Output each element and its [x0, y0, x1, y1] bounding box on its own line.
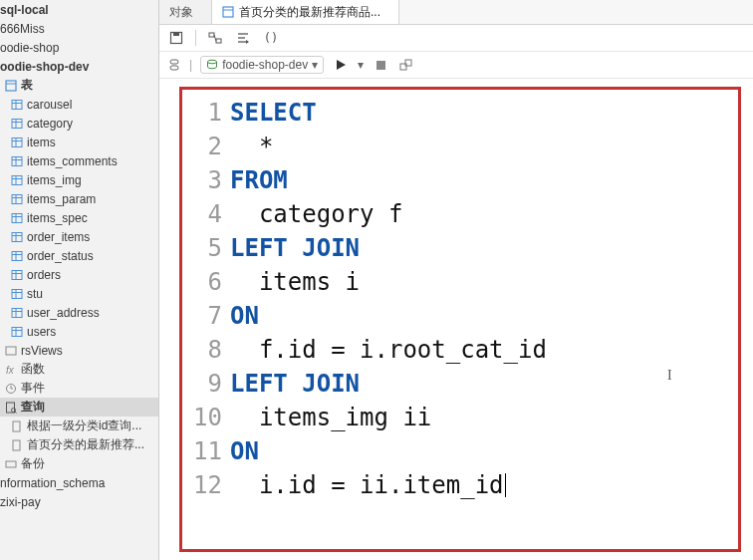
svg-rect-55	[173, 33, 179, 36]
table-icon	[10, 287, 24, 301]
line-number: 9	[188, 367, 230, 401]
connection-node[interactable]: sql-local	[0, 0, 158, 19]
code-line[interactable]: 12 i.id = ii.item_id	[188, 468, 724, 502]
sql-text: i.id = ii.item_id	[230, 471, 504, 499]
params-icon[interactable]: ()	[262, 29, 280, 47]
views-group[interactable]: rsViews	[0, 341, 158, 360]
backup-label: 备份	[21, 455, 45, 472]
export-results-icon[interactable]	[397, 56, 415, 74]
backup-icon	[4, 457, 18, 471]
code-content: SELECT	[230, 96, 317, 130]
code-line[interactable]: 8 f.id = i.root_cat_id	[188, 333, 724, 367]
runbar-separator: |	[189, 58, 192, 72]
tables-group-icon	[4, 79, 18, 93]
table-node[interactable]: user_address	[0, 303, 158, 322]
query-connection-icon[interactable]	[167, 58, 181, 72]
table-node[interactable]: orders	[0, 265, 158, 284]
sidebar: sql-local 666Miss oodie-shop oodie-shop-…	[0, 0, 159, 560]
svg-rect-46	[7, 403, 15, 413]
table-node[interactable]: category	[0, 114, 158, 133]
svg-rect-32	[12, 289, 22, 298]
run-button[interactable]	[332, 56, 350, 74]
run-dropdown-icon[interactable]: ▾	[358, 58, 364, 72]
events-group[interactable]: 事件	[0, 379, 158, 398]
code-line[interactable]: 6 items i	[188, 265, 724, 299]
table-node[interactable]: carousel	[0, 95, 158, 114]
table-node[interactable]: items_spec	[0, 208, 158, 227]
events-label: 事件	[21, 380, 45, 397]
run-bar: | foodie-shop-dev ▾ ▾	[159, 52, 753, 79]
sql-editor[interactable]: 1SELECT2 *3FROM4 category f5LEFT JOIN6 i…	[188, 96, 724, 502]
tab-bar: 对象 首页分类的最新推荐商品...	[159, 0, 753, 25]
code-line[interactable]: 2 *	[188, 130, 724, 163]
svg-rect-57	[216, 39, 221, 43]
functions-group[interactable]: fx 函数	[0, 360, 158, 379]
code-line[interactable]: 3FROM	[188, 163, 724, 197]
table-node[interactable]: items	[0, 133, 158, 151]
table-icon	[10, 211, 24, 225]
sql-keyword: LEFT JOIN	[230, 370, 360, 398]
db-cylinder-icon	[206, 59, 218, 71]
table-label: items_comments	[27, 154, 118, 168]
table-label: items_img	[27, 173, 82, 187]
database-label: oodie-shop	[0, 41, 59, 55]
table-label: items_param	[27, 192, 96, 206]
table-icon	[10, 98, 24, 112]
table-icon	[10, 230, 24, 244]
table-node[interactable]: items_comments	[0, 151, 158, 170]
table-label: order_status	[27, 249, 94, 263]
backup-group[interactable]: 备份	[0, 454, 158, 473]
table-node[interactable]: stu	[0, 284, 158, 303]
saved-query-item[interactable]: 根据一级分类id查询...	[0, 417, 158, 435]
database-node-active[interactable]: oodie-shop-dev	[0, 57, 158, 76]
line-number: 1	[188, 96, 230, 130]
table-node[interactable]: items_img	[0, 170, 158, 189]
tables-group-label: 表	[21, 77, 33, 94]
code-line[interactable]: 11ON	[188, 434, 724, 468]
code-content: FROM	[230, 163, 288, 197]
database-selector[interactable]: foodie-shop-dev ▾	[200, 56, 324, 74]
views-label: rsViews	[21, 344, 63, 358]
functions-label: 函数	[21, 361, 45, 378]
tab-objects[interactable]: 对象	[159, 0, 212, 24]
code-line[interactable]: 5LEFT JOIN	[188, 231, 724, 265]
queries-group[interactable]: 查询	[0, 398, 158, 417]
saved-query-label: 根据一级分类id查询...	[27, 418, 141, 434]
code-line[interactable]: 1SELECT	[188, 96, 724, 130]
tab-query[interactable]: 首页分类的最新推荐商品...	[212, 0, 399, 24]
table-node[interactable]: order_status	[0, 246, 158, 265]
table-node[interactable]: items_param	[0, 189, 158, 208]
table-icon	[10, 173, 24, 187]
database-label: nformation_schema	[0, 476, 105, 490]
table-node[interactable]: users	[0, 322, 158, 341]
format-icon[interactable]	[234, 29, 252, 47]
table-node[interactable]: order_items	[0, 227, 158, 246]
saved-query-item[interactable]: 首页分类的最新推荐...	[0, 435, 158, 454]
table-label: orders	[27, 268, 61, 282]
table-label: users	[27, 325, 56, 339]
svg-rect-65	[376, 61, 385, 70]
main-area: 对象 首页分类的最新推荐商品... ()	[159, 0, 753, 560]
stop-button[interactable]	[372, 56, 389, 74]
table-icon	[10, 154, 24, 168]
toolbar-separator	[195, 30, 196, 46]
code-line[interactable]: 7ON	[188, 299, 724, 333]
table-label: items	[27, 136, 56, 149]
editor-toolbar: ()	[159, 25, 753, 52]
database-label: oodie-shop-dev	[0, 60, 89, 74]
svg-rect-14	[12, 175, 22, 184]
code-line[interactable]: 10 items_img ii	[188, 401, 724, 434]
database-node[interactable]: oodie-shop	[0, 38, 158, 57]
database-node[interactable]: 666Miss	[0, 19, 158, 38]
tables-group[interactable]: 表	[0, 76, 158, 95]
code-line[interactable]: 4 category f	[188, 197, 724, 231]
events-icon	[4, 382, 18, 396]
save-icon[interactable]	[167, 29, 185, 47]
code-line[interactable]: 9LEFT JOIN	[188, 367, 724, 401]
svg-line-48	[15, 412, 17, 414]
explain-icon[interactable]	[206, 29, 224, 47]
svg-line-58	[214, 35, 216, 41]
database-node[interactable]: zixi-pay	[0, 492, 158, 511]
svg-rect-0	[6, 81, 16, 91]
database-node[interactable]: nformation_schema	[0, 473, 158, 492]
